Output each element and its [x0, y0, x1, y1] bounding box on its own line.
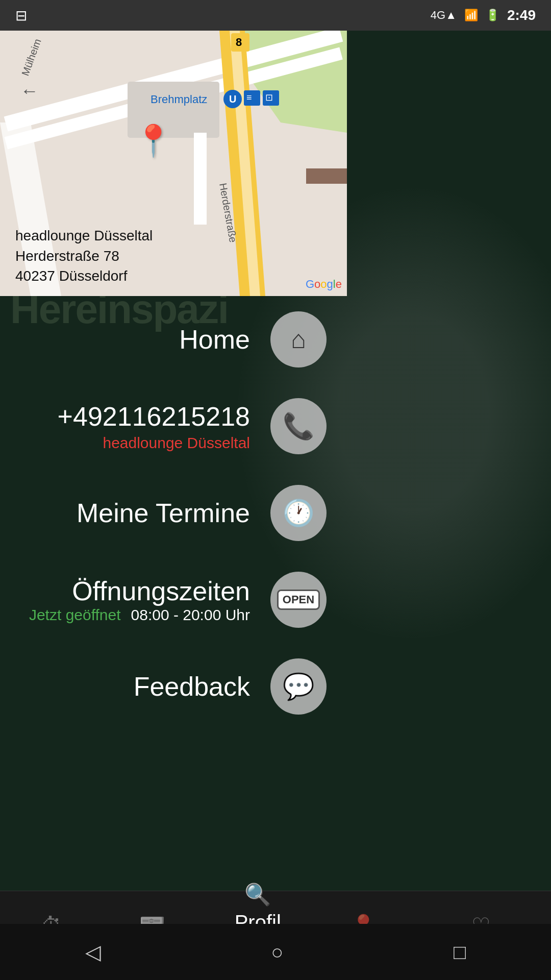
phone-icon: 📞	[283, 411, 314, 441]
hours-menu-item[interactable]: Öffnungszeiten Jetzt geöffnet 08:00 - 20…	[0, 556, 347, 643]
status-bar: ⊟ 4G▲ 📶 🔋 2:49	[0, 0, 551, 31]
open-hours-text: 08:00 - 20:00 Uhr	[131, 606, 250, 624]
map-background[interactable]: Brehmplatz U ≡ ⊡ Herderstraße Mülheim ← …	[0, 31, 347, 296]
home-menu-item[interactable]: Home ⌂	[0, 296, 347, 383]
hours-icon-circle[interactable]: OPEN	[270, 572, 327, 628]
hours-label: Öffnungszeiten	[29, 576, 250, 606]
svg-text:U: U	[229, 93, 236, 105]
clock-icon: 🕐	[283, 498, 314, 528]
recents-button[interactable]: □	[454, 941, 466, 964]
hours-status: Jetzt geöffnet 08:00 - 20:00 Uhr	[29, 606, 250, 624]
open-sign-icon: OPEN	[283, 593, 314, 606]
home-icon-circle[interactable]: ⌂	[270, 311, 327, 368]
open-status-text: Jetzt geöffnet	[29, 606, 121, 624]
svg-text:Brehmplatz: Brehmplatz	[151, 93, 207, 106]
phone-sub: headlounge Düsseltal	[58, 434, 250, 452]
phone-icon-circle[interactable]: 📞	[270, 398, 327, 454]
status-bar-left: ⊟	[15, 7, 27, 24]
status-icons: 4G▲ 📶 🔋 2:49	[431, 7, 536, 23]
profil-search-icon: 🔍	[244, 882, 271, 907]
home-button[interactable]: ○	[271, 941, 283, 964]
phone-menu-item[interactable]: +492116215218 headlounge Düsseltal 📞	[0, 383, 347, 470]
google-logo: Google	[306, 278, 342, 291]
svg-rect-22	[306, 168, 347, 184]
home-icon: ⌂	[291, 325, 306, 354]
battery-icon: 🔋	[486, 9, 499, 22]
menu-items: Home ⌂ +492116215218 headlounge Düsselta…	[0, 296, 347, 730]
appointments-menu-item[interactable]: Meine Termine 🕐	[0, 470, 347, 556]
phone-info: +492116215218 headlounge Düsseltal	[58, 401, 250, 452]
svg-text:8: 8	[236, 36, 242, 48]
feedback-menu-item[interactable]: Feedback 💬	[0, 643, 347, 730]
time-display: 2:49	[507, 7, 536, 23]
svg-rect-8	[194, 133, 207, 225]
hours-info: Öffnungszeiten Jetzt geöffnet 08:00 - 20…	[29, 576, 250, 624]
svg-text:≡: ≡	[246, 92, 252, 103]
signal-icon: 📶	[464, 9, 478, 22]
svg-text:←: ←	[20, 80, 39, 101]
appointments-label: Meine Termine	[77, 498, 250, 528]
map-section[interactable]: Brehmplatz U ≡ ⊡ Herderstraße Mülheim ← …	[0, 31, 347, 296]
appointments-icon-circle[interactable]: 🕐	[270, 485, 327, 541]
map-pin[interactable]: 📍	[134, 122, 172, 159]
feedback-icon: 💬	[283, 672, 314, 701]
map-address: headlounge Düsseltal Herderstraße 78 402…	[15, 226, 153, 286]
feedback-label: Feedback	[134, 671, 250, 702]
network-indicator: 4G▲	[431, 9, 457, 22]
android-nav: ◁ ○ □	[0, 924, 551, 980]
svg-text:⊡: ⊡	[265, 92, 273, 103]
home-label: Home	[179, 324, 250, 355]
main-section: Hereinspazi	[0, 31, 551, 980]
feedback-icon-circle[interactable]: 💬	[270, 658, 327, 715]
phone-number: +492116215218	[58, 401, 250, 432]
back-button[interactable]: ◁	[85, 940, 101, 964]
